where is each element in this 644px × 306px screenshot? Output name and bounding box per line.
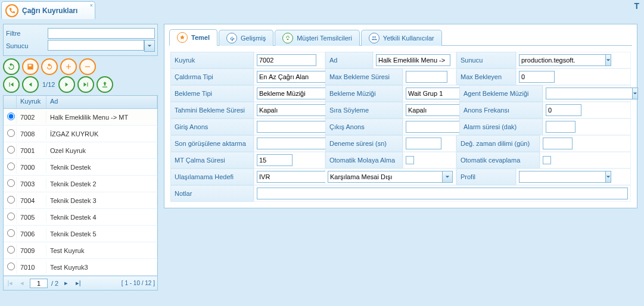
row-radio-cell[interactable] bbox=[4, 243, 17, 257]
table-row[interactable]: 7002Halk Emeklilik Menu -> MT bbox=[4, 109, 157, 126]
row-radio-cell[interactable] bbox=[4, 143, 17, 157]
filter-input[interactable] bbox=[48, 28, 155, 39]
pager: |◂ ◂ / 2 ▸ ▸| [ 1 - 10 / 12 ] bbox=[3, 276, 158, 291]
table-row[interactable]: 7004Teknik Destek 3 bbox=[4, 192, 157, 209]
checkbox-otomatik-cevap[interactable] bbox=[543, 156, 551, 164]
input-agent-bekleme[interactable] bbox=[546, 88, 632, 99]
pager-prev-icon[interactable]: ◂ bbox=[18, 279, 26, 288]
input-anons-frekansi[interactable] bbox=[546, 104, 581, 116]
chevron-down-icon[interactable] bbox=[144, 40, 155, 52]
row-radio-cell[interactable] bbox=[4, 210, 17, 224]
label-tahmini-bekleme: Tahmini Bekleme Süresi bbox=[170, 102, 254, 118]
pager-next-icon[interactable]: ▸ bbox=[62, 279, 70, 288]
table-row[interactable]: 7000Teknik Destek bbox=[4, 159, 157, 176]
main-tab-call-queues[interactable]: Çağrı Kuyrukları × bbox=[1, 1, 95, 19]
row-kuyruk: 7009 bbox=[17, 245, 46, 257]
input-deneme-sure[interactable] bbox=[406, 138, 441, 149]
grid-header-ad[interactable]: Ad bbox=[46, 96, 157, 108]
input-profil[interactable] bbox=[519, 171, 605, 183]
chevron-down-icon[interactable] bbox=[632, 88, 638, 99]
row-radio[interactable] bbox=[7, 163, 15, 170]
remove-button[interactable] bbox=[79, 58, 96, 75]
label-son-gorusulene: Son görüşülene aktarma bbox=[170, 135, 254, 152]
input-ad[interactable] bbox=[376, 54, 450, 66]
input-mt-calma[interactable] bbox=[257, 154, 293, 166]
table-row[interactable]: 7003Teknik Destek 2 bbox=[4, 176, 157, 192]
row-radio-cell[interactable] bbox=[4, 110, 17, 124]
tab-mt[interactable]: Müşteri Temsilcileri bbox=[275, 30, 360, 46]
input-max-bekleme[interactable] bbox=[406, 71, 447, 83]
first-page-button[interactable] bbox=[3, 76, 20, 93]
table-row[interactable]: 7010Test Kuyruk3 bbox=[4, 259, 157, 276]
checkbox-otomatik-molaya[interactable] bbox=[406, 156, 414, 164]
chevron-down-icon[interactable] bbox=[605, 171, 611, 183]
row-radio[interactable] bbox=[7, 179, 15, 187]
add-button[interactable] bbox=[60, 58, 77, 75]
pager-first-icon[interactable]: |◂ bbox=[6, 279, 14, 288]
input-kuyruk[interactable] bbox=[257, 54, 316, 66]
input-sunucu[interactable] bbox=[519, 54, 605, 66]
input-ulasilamama-2[interactable] bbox=[328, 171, 442, 183]
row-kuyruk: 7006 bbox=[17, 228, 46, 240]
refresh-button[interactable] bbox=[3, 58, 20, 75]
tab-gelismis[interactable]: Gelişmiş bbox=[219, 30, 273, 46]
right-panel: Temel Gelişmiş Müşteri Temsilcileri Yetk… bbox=[164, 24, 637, 208]
row-ad: Test Kuyruk3 bbox=[46, 261, 157, 273]
row-radio-cell[interactable] bbox=[4, 127, 17, 140]
input-deg-zaman[interactable] bbox=[543, 138, 573, 149]
table-row[interactable]: 7005Teknik Destek 4 bbox=[4, 209, 157, 226]
tab-yetkili[interactable]: Yetkili Kullanıcılar bbox=[361, 30, 442, 46]
input-max-bekleyen[interactable] bbox=[519, 71, 555, 83]
prev-page-button[interactable] bbox=[22, 76, 39, 93]
row-radio[interactable] bbox=[7, 263, 15, 270]
form-area: Kuyruk Ad Sunucu Çaldırma Tipi Max Bekle… bbox=[170, 52, 631, 202]
chevron-down-icon[interactable] bbox=[605, 54, 611, 66]
row-radio[interactable] bbox=[7, 213, 15, 220]
server-combo-input[interactable] bbox=[48, 40, 144, 51]
table-row[interactable]: 7006Teknik Destek 5 bbox=[4, 226, 157, 242]
row-radio[interactable] bbox=[7, 246, 15, 254]
users-icon bbox=[369, 33, 379, 43]
pager-range: [ 1 - 10 / 12 ] bbox=[122, 280, 155, 286]
input-alarm-sure[interactable] bbox=[546, 121, 575, 133]
save-button[interactable] bbox=[22, 58, 39, 75]
row-kuyruk: 7004 bbox=[17, 195, 46, 207]
input-notlar[interactable] bbox=[257, 188, 628, 199]
pager-last-icon[interactable]: ▸| bbox=[74, 279, 82, 288]
label-giris-anons: Giriş Anons bbox=[170, 118, 254, 135]
pager-page-input[interactable] bbox=[30, 279, 48, 288]
row-radio-cell[interactable] bbox=[4, 160, 17, 174]
next-page-button[interactable] bbox=[58, 76, 75, 93]
label-agent-bekleme: Agent Bekleme Müziği bbox=[459, 85, 543, 102]
reload-button[interactable] bbox=[41, 58, 58, 75]
row-radio-cell[interactable] bbox=[4, 193, 17, 207]
chevron-down-icon[interactable] bbox=[442, 171, 453, 183]
last-page-button[interactable] bbox=[77, 76, 94, 93]
row-radio[interactable] bbox=[7, 196, 15, 204]
detail-tabs: Temel Gelişmiş Müşteri Temsilcileri Yetk… bbox=[169, 28, 632, 46]
row-radio[interactable] bbox=[7, 113, 15, 120]
row-radio-cell[interactable] bbox=[4, 177, 17, 191]
tab-temel[interactable]: Temel bbox=[169, 29, 217, 46]
row-ad: Teknik Destek 2 bbox=[46, 178, 157, 190]
grid-header-select bbox=[4, 96, 17, 108]
row-radio-cell[interactable] bbox=[4, 260, 17, 274]
label-max-bekleme: Max Bekleme Süresi bbox=[325, 68, 403, 85]
filter-box: Filtre Sunucu bbox=[3, 24, 158, 56]
row-radio[interactable] bbox=[7, 146, 15, 154]
table-row[interactable]: 7001Ozel Kuyruk bbox=[4, 142, 157, 159]
label-bekleme-muzigi: Bekleme Müziği bbox=[325, 85, 403, 102]
label-otomatik-molaya: Otomatik Molaya Alma bbox=[325, 152, 403, 168]
label-sira-soyleme: Sıra Söyleme bbox=[325, 102, 403, 118]
table-row[interactable]: 7009Test Kuyruk bbox=[4, 242, 157, 259]
table-row[interactable]: 7008İZGAZ KUYRUK bbox=[4, 126, 157, 142]
row-radio[interactable] bbox=[7, 129, 15, 137]
label-caldirma-tipi: Çaldırma Tipi bbox=[170, 68, 254, 85]
grid-header-kuyruk[interactable]: Kuyruk bbox=[17, 96, 46, 108]
close-icon[interactable]: × bbox=[90, 2, 93, 8]
row-radio-cell[interactable] bbox=[4, 227, 17, 241]
queue-grid: Kuyruk Ad 7002Halk Emeklilik Menu -> MT7… bbox=[3, 95, 158, 276]
label-bekleme-tipi: Bekleme Tipi bbox=[170, 85, 254, 102]
export-button[interactable] bbox=[97, 76, 113, 93]
row-radio[interactable] bbox=[7, 229, 15, 237]
